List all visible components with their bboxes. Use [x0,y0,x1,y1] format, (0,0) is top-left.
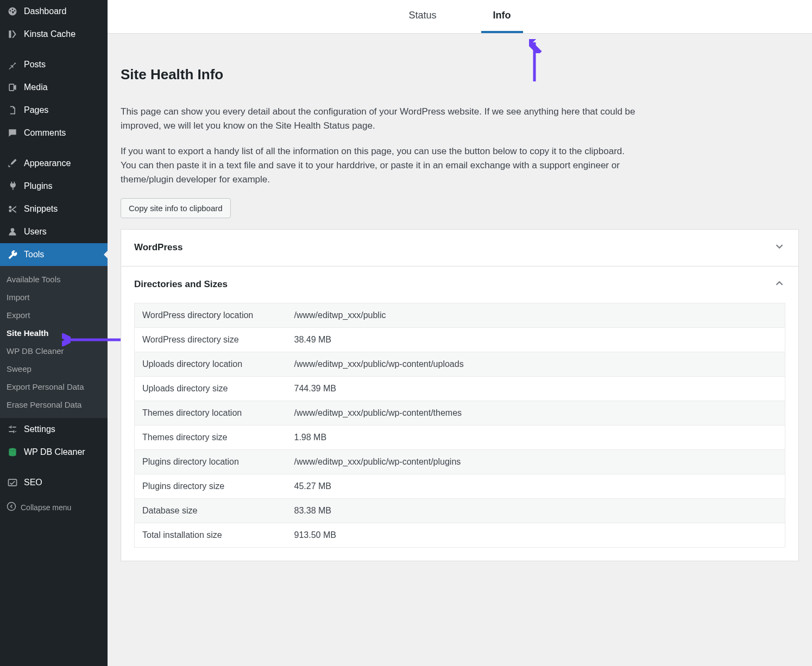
accordion-header-directories[interactable]: Directories and Sizes [121,267,798,303]
svg-point-0 [9,448,16,451]
row-value: /www/editwp_xxx/public/wp-content/upload… [287,352,785,376]
collapse-icon [7,502,16,513]
accordion-directories: Directories and Sizes WordPress director… [121,267,799,561]
health-tabs: Status Info [108,0,812,34]
accordion-wordpress: WordPress [121,229,799,267]
submenu-site-health[interactable]: Site Health [0,324,108,342]
plug-icon [7,180,18,192]
submenu-export[interactable]: Export [0,306,108,324]
accordion-header-wordpress[interactable]: WordPress [121,230,798,266]
pin-icon [7,59,18,71]
sidebar-item-label: Kinsta Cache [24,29,75,39]
sidebar-item-label: Media [24,83,48,92]
accordion-title: Directories and Sizes [134,279,228,290]
sidebar-item-appearance[interactable]: Appearance [0,152,108,175]
sidebar-item-posts[interactable]: Posts [0,53,108,76]
submenu-available-tools[interactable]: Available Tools [0,270,108,288]
row-label: Plugins directory location [135,449,287,474]
table-row: WordPress directory size38.49 MB [135,327,785,352]
tab-info[interactable]: Info [481,0,523,33]
row-value: /www/editwp_xxx/public/wp-content/plugin… [287,449,785,474]
sidebar-item-kinsta[interactable]: Kinsta Cache [0,23,108,46]
sidebar-item-label: Posts [24,60,46,69]
main-content: Status Info Site Health Info This page c… [108,0,812,666]
table-row: Themes directory size1.98 MB [135,425,785,449]
sidebar-item-label: Plugins [24,181,52,191]
sidebar-item-plugins[interactable]: Plugins [0,175,108,198]
sidebar-item-media[interactable]: Media [0,76,108,99]
sidebar-item-users[interactable]: Users [0,220,108,243]
row-value: /www/editwp_xxx/public [287,303,785,327]
sidebar-item-label: Settings [24,424,55,434]
collapse-label: Collapse menu [21,503,71,512]
sliders-icon [7,423,18,435]
directories-table: WordPress directory location/www/editwp_… [134,303,785,548]
row-value: 913.50 MB [287,523,785,547]
submenu-erase-personal[interactable]: Erase Personal Data [0,396,108,414]
table-row: Themes directory location/www/editwp_xxx… [135,401,785,425]
table-row: Total installation size913.50 MB [135,523,785,547]
chevron-down-icon [773,240,785,255]
sidebar-item-tools[interactable]: Tools [0,243,108,266]
row-value: 83.38 MB [287,498,785,523]
tab-status[interactable]: Status [396,0,448,33]
sidebar-item-dashboard[interactable]: Dashboard [0,0,108,23]
sidebar-item-label: Comments [24,128,66,138]
intro-paragraph-2: If you want to export a handy list of al… [121,144,642,187]
sidebar-item-wp-db-cleaner[interactable]: WP DB Cleaner [0,441,108,464]
row-label: Total installation size [135,523,287,547]
submenu-sweep[interactable]: Sweep [0,360,108,378]
row-label: WordPress directory size [135,327,287,352]
svg-rect-1 [9,479,17,486]
tools-submenu: Available Tools Import Export Site Healt… [0,266,108,418]
sidebar-item-settings[interactable]: Settings [0,418,108,441]
sidebar-item-label: Tools [24,250,44,259]
sidebar-item-label: Pages [24,105,48,115]
row-label: Plugins directory size [135,474,287,498]
comment-icon [7,127,18,139]
sidebar-item-label: Snippets [24,204,58,214]
user-icon [7,226,18,238]
row-value: /www/editwp_xxx/public/wp-content/themes [287,401,785,425]
table-row: Plugins directory size45.27 MB [135,474,785,498]
table-row: Uploads directory location/www/editwp_xx… [135,352,785,376]
admin-sidebar: Dashboard Kinsta Cache Posts Media Pages… [0,0,108,666]
table-row: Plugins directory location/www/editwp_xx… [135,449,785,474]
row-label: Uploads directory location [135,352,287,376]
row-label: Themes directory location [135,401,287,425]
gauge-icon [7,5,18,17]
row-value: 38.49 MB [287,327,785,352]
kinsta-icon [7,28,18,40]
seo-icon [7,477,18,489]
row-label: Uploads directory size [135,376,287,401]
svg-point-2 [8,503,16,511]
sidebar-item-label: WP DB Cleaner [24,447,85,457]
sidebar-item-pages[interactable]: Pages [0,99,108,122]
media-icon [7,81,18,93]
submenu-export-personal[interactable]: Export Personal Data [0,378,108,396]
row-label: Database size [135,498,287,523]
collapse-menu[interactable]: Collapse menu [0,496,108,518]
sidebar-item-label: SEO [24,478,42,487]
intro-paragraph-1: This page can show you every detail abou… [121,105,642,134]
brush-icon [7,157,18,169]
row-value: 744.39 MB [287,376,785,401]
row-value: 1.98 MB [287,425,785,449]
chevron-up-icon [773,277,785,292]
page-title: Site Health Info [121,66,799,83]
row-value: 45.27 MB [287,474,785,498]
table-row: Uploads directory size744.39 MB [135,376,785,401]
pages-icon [7,104,18,116]
copy-site-info-button[interactable]: Copy site info to clipboard [121,198,231,218]
submenu-import[interactable]: Import [0,288,108,306]
row-label: Themes directory size [135,425,287,449]
sidebar-item-label: Users [24,227,47,237]
wrench-icon [7,249,18,261]
submenu-wp-db-cleaner[interactable]: WP DB Cleaner [0,342,108,360]
table-row: Database size83.38 MB [135,498,785,523]
sidebar-item-snippets[interactable]: Snippets [0,198,108,220]
row-label: WordPress directory location [135,303,287,327]
db-icon [7,446,18,458]
sidebar-item-seo[interactable]: SEO [0,471,108,494]
sidebar-item-comments[interactable]: Comments [0,122,108,144]
